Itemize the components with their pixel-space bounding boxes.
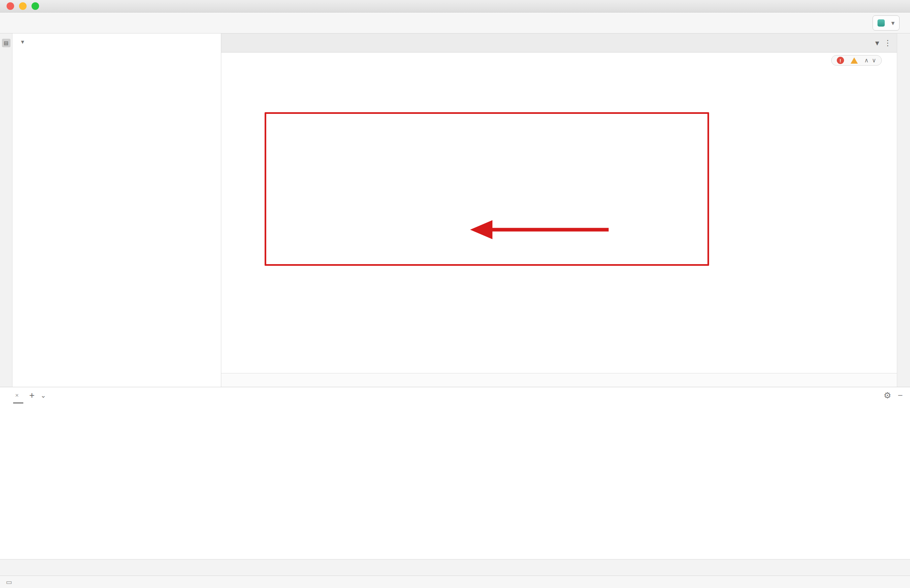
prev-issue-icon[interactable]: ∧	[865, 57, 869, 64]
chevron-down-icon: ▾	[891, 19, 895, 27]
navigation-bar: ▾	[0, 13, 910, 34]
code-lines	[221, 53, 897, 373]
terminal-output[interactable]	[0, 404, 910, 559]
next-issue-icon[interactable]: ∨	[872, 57, 876, 64]
terminal-chevron-down-icon[interactable]: ⌄	[40, 391, 46, 399]
inspections-widget[interactable]: ! ∧ ∨	[831, 55, 882, 66]
zoom-window-button[interactable]	[31, 2, 39, 10]
window-controls	[6, 2, 39, 10]
terminal-panel: × + ⌄ ⚙ −	[0, 387, 910, 559]
editor-breadcrumb[interactable]	[221, 373, 897, 387]
terminal-settings-icon[interactable]: ⚙	[884, 391, 891, 401]
new-terminal-button[interactable]: +	[29, 390, 34, 401]
terminal-minimize-icon[interactable]: −	[898, 391, 903, 401]
terminal-tab-local[interactable]: ×	[13, 387, 23, 404]
left-tool-strip: ▤	[0, 34, 13, 387]
terminal-header: × + ⌄ ⚙ −	[0, 387, 910, 404]
titlebar	[0, 0, 910, 13]
minimize-window-button[interactable]	[19, 2, 27, 10]
editor-area: ▾ ⋮ ! ∧	[221, 34, 897, 387]
right-tool-strip	[897, 34, 910, 387]
tabs-more-icon[interactable]: ⋮	[884, 39, 892, 48]
error-icon: !	[837, 57, 844, 64]
chevron-down-icon[interactable]: ▾	[21, 38, 24, 45]
main-toolbar: ▾	[869, 15, 904, 31]
error-stripe[interactable]	[886, 53, 897, 373]
toolwindow-toggle-icon[interactable]: ▭	[6, 578, 12, 586]
code-editor[interactable]: ! ∧ ∨	[221, 53, 897, 373]
project-panel-header: ▾	[13, 34, 221, 50]
run-config-select[interactable]: ▾	[873, 15, 900, 31]
project-toolwindow-icon[interactable]: ▤	[2, 39, 10, 47]
warning-icon	[850, 57, 858, 64]
tabs-chevron-down-icon[interactable]: ▾	[875, 39, 879, 48]
project-tree	[13, 50, 221, 387]
editor-tabs: ▾ ⋮	[221, 34, 897, 53]
close-icon[interactable]: ×	[15, 392, 19, 399]
toolwindow-bar	[0, 559, 910, 575]
status-bar: ▭	[0, 575, 910, 588]
run-config-icon	[878, 19, 885, 27]
project-panel: ▾	[13, 34, 221, 387]
close-window-button[interactable]	[6, 2, 14, 10]
ide-window: ▾ ▤ ▾ ▾ ⋮	[0, 0, 910, 588]
